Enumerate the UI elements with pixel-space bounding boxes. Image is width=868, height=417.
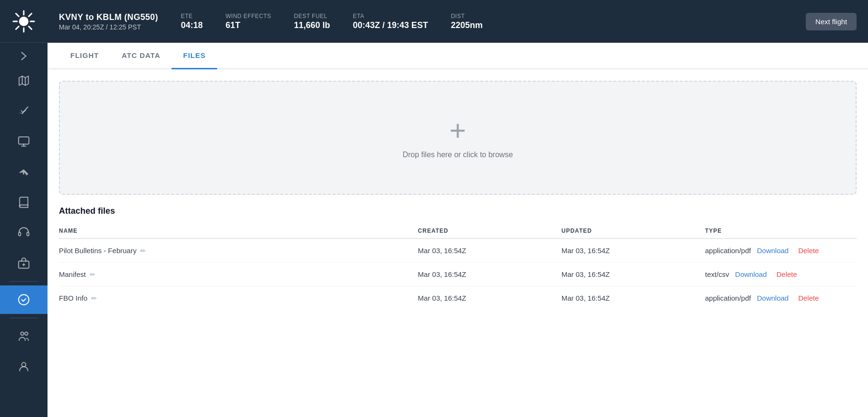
sidebar-divider-1 <box>10 281 38 282</box>
col-header-updated: UPDATED <box>562 224 705 238</box>
sidebar-item-manual[interactable] <box>0 188 48 217</box>
file-name-cell: Manifest ✏ <box>59 270 412 278</box>
files-table: NAME CREATED UPDATED TYPE Pilot Bulletin… <box>59 224 857 310</box>
sidebar-item-crew[interactable] <box>0 218 48 247</box>
header-stat-eta: ETA 00:43Z / 19:43 EST <box>353 13 428 30</box>
file-created: Mar 03, 16:54Z <box>418 286 562 310</box>
svg-point-14 <box>21 332 24 335</box>
svg-rect-11 <box>27 232 29 236</box>
file-type: text/csv <box>705 270 733 278</box>
sidebar-item-aircraft[interactable] <box>0 158 48 186</box>
eta-value: 00:43Z / 19:43 EST <box>353 20 428 30</box>
col-header-type: TYPE <box>705 224 857 238</box>
sidebar-expand[interactable] <box>0 47 48 65</box>
dist-value: 2205nm <box>451 20 483 30</box>
file-name-text: Manifest <box>59 270 86 278</box>
file-updated: Mar 03, 16:54Z <box>562 238 705 263</box>
header-stat-dist: DIST 2205nm <box>451 13 483 30</box>
flight-route: KVNY to KBLM (NG550) <box>59 12 158 22</box>
attached-title: Attached files <box>59 206 857 216</box>
svg-line-7 <box>29 13 32 16</box>
file-type-actions: application/pdf Download Delete <box>705 238 857 263</box>
file-created: Mar 03, 16:54Z <box>418 263 562 286</box>
sidebar-item-tasks[interactable] <box>0 285 48 314</box>
flight-header: KVNY to KBLM (NG550) Mar 04, 20:25Z / 12… <box>48 0 868 43</box>
file-type-actions: text/csv Download Delete <box>705 263 857 286</box>
tab-bar: FLIGHT ATC DATA FILES <box>48 43 868 69</box>
download-button[interactable]: Download <box>757 294 789 302</box>
svg-point-0 <box>19 17 29 26</box>
file-name-cell: FBO Info ✏ <box>59 294 412 302</box>
eta-label: ETA <box>353 13 428 19</box>
sidebar-divider-2 <box>10 318 38 318</box>
svg-rect-10 <box>19 232 20 236</box>
header-stat-ete: ETE 04:18 <box>181 13 203 30</box>
wind-value: 61T <box>226 20 271 30</box>
file-dropzone[interactable]: + Drop files here or click to browse <box>59 81 857 195</box>
delete-button[interactable]: Delete <box>798 246 819 255</box>
svg-line-6 <box>29 26 32 29</box>
ete-label: ETE <box>181 13 203 19</box>
table-row: Manifest ✏ Mar 03, 16:54Z Mar 03, 16:54Z… <box>59 263 857 286</box>
sidebar-item-team[interactable] <box>0 322 48 351</box>
edit-icon[interactable]: ✏ <box>90 271 95 278</box>
main-content: KVNY to KBLM (NG550) Mar 04, 20:25Z / 12… <box>48 0 868 417</box>
attached-files-section: Attached files NAME CREATED UPDATED TYPE… <box>48 195 868 321</box>
sidebar-item-profile[interactable] <box>0 352 48 381</box>
svg-point-16 <box>22 362 26 367</box>
col-header-name: NAME <box>59 224 418 238</box>
svg-rect-9 <box>19 137 29 144</box>
delete-button[interactable]: Delete <box>798 294 819 302</box>
delete-button[interactable]: Delete <box>776 270 797 278</box>
file-updated: Mar 03, 16:54Z <box>562 286 705 310</box>
download-button[interactable]: Download <box>757 246 789 255</box>
fuel-value: 11,660 lb <box>294 20 330 30</box>
page-content: FLIGHT ATC DATA FILES + Drop files here … <box>48 43 868 417</box>
download-button[interactable]: Download <box>735 270 767 278</box>
sidebar-item-flights[interactable] <box>0 97 48 125</box>
ete-value: 04:18 <box>181 20 203 30</box>
tab-files[interactable]: FILES <box>172 43 217 69</box>
file-name-text: FBO Info <box>59 294 87 302</box>
sidebar-item-map[interactable] <box>0 66 48 95</box>
file-name-cell: Pilot Bulletins - February ✏ <box>59 246 412 255</box>
svg-point-13 <box>19 294 29 305</box>
header-stat-fuel: DEST FUEL 11,660 lb <box>294 13 330 30</box>
dropzone-text: Drop files here or click to browse <box>402 151 513 159</box>
col-header-created: CREATED <box>418 224 562 238</box>
edit-icon[interactable]: ✏ <box>91 294 97 302</box>
svg-point-15 <box>25 332 28 335</box>
file-updated: Mar 03, 16:54Z <box>562 263 705 286</box>
flight-date: Mar 04, 20:25Z / 12:25 PST <box>59 23 158 31</box>
file-type-actions: application/pdf Download Delete <box>705 286 857 310</box>
fuel-label: DEST FUEL <box>294 13 330 19</box>
sidebar-item-dispatch[interactable] <box>0 127 48 156</box>
file-type: application/pdf <box>705 246 755 255</box>
next-flight-button[interactable]: Next flight <box>806 13 857 30</box>
sidebar <box>0 0 48 417</box>
sidebar-nav <box>0 43 48 417</box>
file-created: Mar 03, 16:54Z <box>418 238 562 263</box>
header-stat-wind: WIND EFFECTS 61T <box>226 13 271 30</box>
sidebar-item-luggage[interactable] <box>0 249 48 277</box>
table-row: FBO Info ✏ Mar 03, 16:54Z Mar 03, 16:54Z… <box>59 286 857 310</box>
svg-line-8 <box>16 26 19 29</box>
app-logo[interactable] <box>0 0 48 43</box>
dist-label: DIST <box>451 13 483 19</box>
table-row: Pilot Bulletins - February ✏ Mar 03, 16:… <box>59 238 857 263</box>
tab-flight[interactable]: FLIGHT <box>59 43 110 69</box>
plus-icon: + <box>449 116 466 145</box>
file-type: application/pdf <box>705 294 755 302</box>
file-name-text: Pilot Bulletins - February <box>59 246 136 255</box>
svg-line-5 <box>16 13 19 16</box>
edit-icon[interactable]: ✏ <box>140 247 146 255</box>
wind-label: WIND EFFECTS <box>226 13 271 19</box>
tab-atc-data[interactable]: ATC DATA <box>110 43 172 69</box>
flight-info: KVNY to KBLM (NG550) Mar 04, 20:25Z / 12… <box>59 12 158 31</box>
